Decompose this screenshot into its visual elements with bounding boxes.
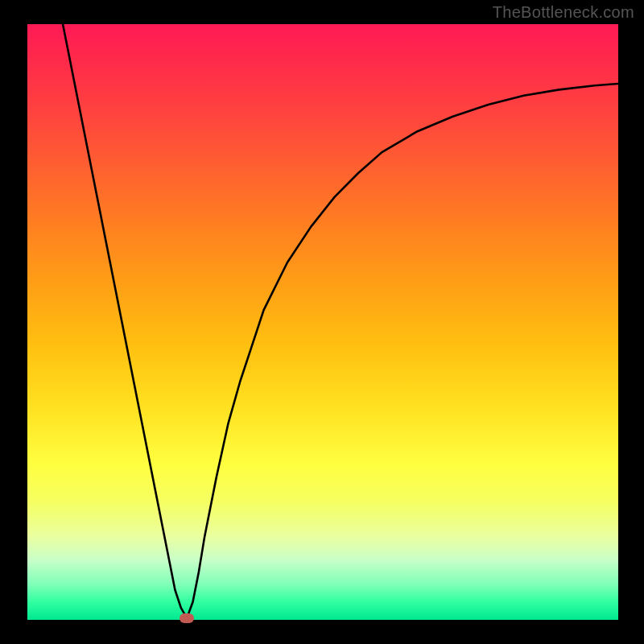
plot-area bbox=[27, 24, 618, 620]
curve-layer bbox=[27, 24, 618, 620]
bottleneck-curve bbox=[63, 24, 618, 618]
optimal-point-marker bbox=[180, 613, 194, 623]
watermark-text: TheBottleneck.com bbox=[493, 3, 634, 22]
chart-frame: TheBottleneck.com bbox=[0, 0, 644, 644]
